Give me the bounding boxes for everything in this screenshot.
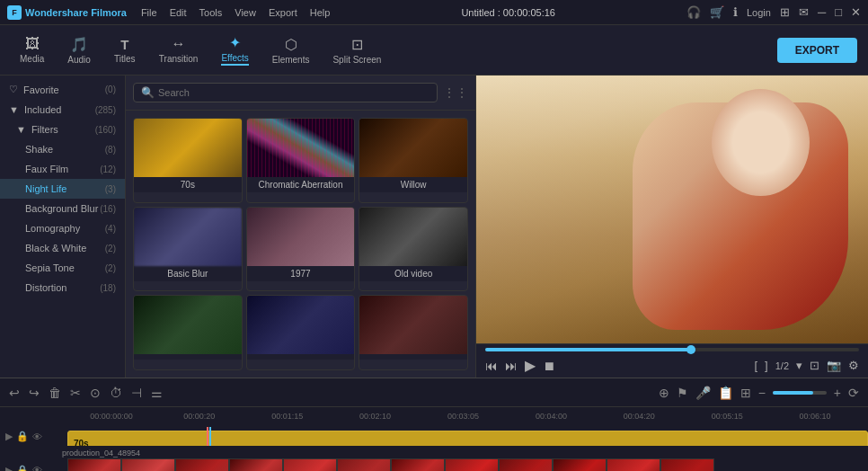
stop-button[interactable]: ⏹ [543, 359, 555, 373]
effect-item-row3b[interactable] [246, 295, 356, 370]
timeline: ↩ ↪ 🗑 ✂ ⊙ ⏱ ⊣ ⚌ ⊕ ⚑ 🎤 📋 ⊞ − + ⟳ 00:00:00… [0, 378, 868, 471]
elements-icon: ⬡ [285, 36, 297, 53]
settings-icon[interactable]: ⚙ [848, 359, 859, 372]
page-dropdown-icon[interactable]: ▾ [796, 359, 802, 372]
overlay-icon[interactable]: 📋 [718, 386, 733, 400]
zoom-in-icon[interactable]: + [834, 386, 841, 400]
tool-splitscreen[interactable]: ⊡ Split Screen [323, 32, 390, 68]
delete-button[interactable]: 🗑 [49, 386, 61, 400]
play-button[interactable]: ▶ [525, 357, 536, 374]
tool-media[interactable]: 🖼 Media [11, 32, 53, 67]
filmstrip-lock-icon[interactable]: 🔒 [16, 465, 29, 472]
grid-layout-icon[interactable]: ⋮⋮ [443, 85, 468, 100]
grid-icon[interactable]: ⊞ [780, 5, 790, 19]
search-box[interactable]: 🔍 [133, 83, 438, 102]
login-button[interactable]: Login [747, 7, 771, 18]
filmstrip-label: production_04_48954 [58, 448, 868, 458]
effect-item-70s[interactable]: 70s [133, 118, 243, 203]
effect-label-row3a [134, 354, 242, 360]
menu-view[interactable]: View [235, 7, 256, 18]
sidebar-item-shake[interactable]: Shake (8) [0, 139, 125, 159]
maximize-icon[interactable]: □ [835, 5, 842, 19]
frame-next-icon[interactable]: ] [765, 359, 768, 372]
menu-export[interactable]: Export [269, 7, 297, 18]
menu-edit[interactable]: Edit [170, 7, 187, 18]
menu-tools[interactable]: Tools [199, 7, 223, 18]
snapshot-icon[interactable]: 📷 [827, 359, 841, 372]
sidebar-item-fauxfilm[interactable]: Faux Film (12) [0, 159, 125, 179]
copy-button[interactable]: ⊙ [90, 386, 101, 400]
cart-icon[interactable]: 🛒 [710, 5, 724, 19]
track-lock-icon[interactable]: 🔒 [16, 431, 29, 442]
titles-icon: T [120, 37, 128, 52]
split-button[interactable]: ⊣ [131, 386, 142, 400]
effect-item-row3c[interactable] [359, 295, 468, 370]
video-clip[interactable]: 70s [67, 431, 868, 446]
menu-file[interactable]: File [141, 7, 157, 18]
cut-button[interactable]: ✂ [70, 386, 81, 400]
playhead[interactable] [209, 427, 211, 446]
tool-titles[interactable]: T Titles [105, 33, 145, 67]
progress-thumb[interactable] [686, 345, 695, 354]
menu-help[interactable]: Help [310, 7, 331, 18]
effect-item-1977[interactable]: 1977 [246, 207, 356, 292]
favorite-count: (0) [105, 84, 116, 94]
effect-item-chromatic[interactable]: Chromatic Aberration [246, 118, 356, 203]
filmstrip-visible-icon[interactable]: 👁 [32, 465, 42, 471]
sidebar-item-backgroundblur[interactable]: Background Blur (16) [0, 199, 125, 218]
close-icon[interactable]: ✕ [851, 5, 861, 19]
filmstrip-track-content[interactable]: production_04_48954 [58, 448, 868, 471]
effect-thumb-row3c [359, 296, 467, 354]
fullscreen-icon[interactable]: ⊡ [810, 359, 819, 372]
markers-icon[interactable]: ⚑ [677, 386, 688, 400]
fit-timeline-icon[interactable]: ⟳ [848, 386, 859, 400]
sidebar-item-blackwhite[interactable]: Black & White (2) [0, 238, 125, 258]
tool-transition[interactable]: ↔ Transition [150, 32, 208, 67]
effect-item-row3a[interactable] [133, 295, 243, 370]
effect-thumb-willow [359, 119, 467, 177]
track-visible-icon[interactable]: 👁 [32, 431, 42, 442]
track-expand-icon[interactable]: ▶ [5, 431, 13, 442]
filmstrip-expand-icon[interactable]: ▶ [5, 465, 13, 472]
add-track-icon[interactable]: ⊕ [659, 386, 669, 400]
sidebar-item-lomography[interactable]: Lomography (4) [0, 218, 125, 238]
minimize-icon[interactable]: ─ [818, 5, 826, 19]
effect-item-basicblur[interactable]: Basic Blur [133, 207, 243, 292]
effect-item-willow[interactable]: Willow [359, 118, 468, 203]
tool-elements[interactable]: ⬡ Elements [263, 32, 319, 68]
effect-label-row3b [247, 354, 355, 360]
redo-button[interactable]: ↪ [29, 386, 40, 400]
main-area: ♡ Favorite (0) ▼ Included (285) ▼ Filter… [0, 76, 868, 378]
undo-button[interactable]: ↩ [9, 386, 20, 400]
headphones-icon[interactable]: 🎧 [686, 5, 701, 19]
audio-track-icon[interactable]: 🎤 [695, 386, 711, 400]
tool-effects[interactable]: ✦ Effects [212, 31, 257, 69]
mail-icon[interactable]: ✉ [799, 5, 809, 19]
speed-button[interactable]: ⏱ [110, 386, 122, 400]
tool-audio[interactable]: 🎵 Audio [58, 32, 100, 68]
film-frame-3 [175, 458, 229, 471]
menu-bar: F Wondershare Filmora File Edit Tools Vi… [0, 0, 868, 25]
effect-thumb-row3b [247, 296, 355, 354]
progress-fill [485, 348, 691, 351]
sidebar-item-label: Lomography [25, 223, 80, 234]
info-icon[interactable]: ℹ [733, 5, 738, 19]
snap-icon[interactable]: ⊞ [740, 386, 751, 400]
progress-bar[interactable] [485, 348, 859, 351]
zoom-out-icon[interactable]: − [758, 386, 766, 400]
adjust-button[interactable]: ⚌ [151, 386, 163, 400]
sidebar-item-nightlife[interactable]: Night Life (3) [0, 179, 125, 199]
sidebar-item-favorite[interactable]: ♡ Favorite (0) [0, 79, 125, 100]
sidebar-item-filters[interactable]: ▼ Filters (160) [0, 120, 125, 139]
effect-track-content[interactable]: 70s [58, 427, 868, 446]
effect-item-oldvideo[interactable]: Old video [359, 207, 468, 292]
search-input[interactable] [158, 87, 430, 98]
skip-back-button[interactable]: ⏮ [485, 359, 498, 373]
export-button[interactable]: EXPORT [777, 38, 857, 63]
sidebar-item-sepiatone[interactable]: Sepia Tone (2) [0, 258, 125, 278]
frame-prev-icon[interactable]: [ [754, 359, 757, 372]
sidebar-item-included[interactable]: ▼ Included (285) [0, 100, 125, 120]
sidebar-item-distortion[interactable]: Distortion (18) [0, 278, 125, 298]
prev-frame-button[interactable]: ⏭ [505, 359, 518, 373]
effect-thumb-1977 [247, 208, 355, 266]
